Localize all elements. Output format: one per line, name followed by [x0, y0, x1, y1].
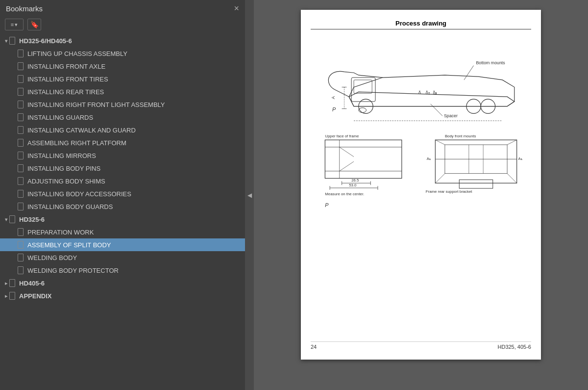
- group-bookmark-icon-2: [9, 215, 15, 223]
- toolbar: ≡ ▾ 🔖: [0, 17, 245, 34]
- item-label-front-axle: INSTALLING FRONT AXLE: [27, 63, 105, 70]
- bm-icon-rear-tires: [18, 88, 24, 96]
- delta3: δ₃: [433, 90, 437, 95]
- item-label-front-tires: INSTALLING FRONT TIRES: [27, 76, 108, 83]
- item-label-right-front-light: INSTALLING RIGHT FRONT LIGHT ASSEMBLY: [27, 101, 165, 108]
- page-number: 24: [311, 344, 317, 350]
- collapse-tab[interactable]: ◀: [245, 0, 254, 390]
- close-button[interactable]: ×: [234, 4, 239, 13]
- spacer-label: Spacer: [444, 113, 458, 118]
- bookmark-icon: 🔖: [30, 21, 39, 28]
- svg-rect-33: [459, 180, 492, 188]
- sidebar-item-installing-front-tires[interactable]: INSTALLING FRONT TIRES: [0, 73, 245, 85]
- svg-line-16: [340, 147, 354, 157]
- expand-button[interactable]: ≡ ▾: [5, 19, 24, 30]
- sidebar-item-body-shims[interactable]: ADJUSTING BODY SHIMS: [0, 175, 245, 187]
- svg-line-27: [435, 140, 445, 145]
- bm-icon-welding-body: [18, 254, 24, 261]
- a2-label: A₁: [518, 156, 522, 161]
- bm-icon-front-axle: [18, 62, 24, 70]
- item-label-assembly-split: ASSEMBLY OF SPLIT BODY: [27, 241, 111, 249]
- item-label-mirrors: INSTALLING MIRRORS: [27, 152, 96, 159]
- bm-icon-prep-work: [18, 228, 24, 236]
- item-label-body-guards: INSTALLING BODY GUARDS: [27, 203, 113, 210]
- right-panel: ◀ Process drawing: [245, 0, 588, 390]
- group-label-4: APPENDIX: [19, 292, 51, 300]
- sidebar-item-right-platform[interactable]: ASSEMBLING RIGHT PLATFORM: [0, 136, 245, 149]
- page-content: Process drawing: [311, 20, 531, 337]
- bm-icon-body-shims: [18, 177, 24, 185]
- group-bookmark-icon-3: [9, 279, 15, 287]
- group-appendix[interactable]: ▸ APPENDIX: [0, 289, 245, 302]
- sidebar-item-welding-body[interactable]: WELDING BODY: [0, 251, 245, 264]
- item-label-body-pins: INSTALLING BODY PINS: [27, 165, 100, 172]
- delta2: δ₂: [426, 90, 430, 95]
- item-label-right-platform: ASSEMBLING RIGHT PLATFORM: [27, 139, 126, 147]
- group-label-2: HD325-6: [19, 216, 45, 223]
- bm-icon-body-accessories: [18, 190, 24, 198]
- technical-drawing: Bottom mounts A P δ: [311, 34, 531, 337]
- bm-icon-right-front-light: [18, 101, 24, 108]
- item-label-welding-body-protector: WELDING BODY PROTECTOR: [27, 267, 119, 274]
- collapse-arrow-4: ▸: [5, 293, 7, 299]
- sidebar-item-body-pins[interactable]: INSTALLING BODY PINS: [0, 162, 245, 175]
- item-label-lifting: LIFTING UP CHASSIS ASSEMBLY: [27, 50, 127, 57]
- item-label-body-accessories: INSTALLING BODY ACCESSORIES: [27, 190, 131, 198]
- bm-icon-welding-body-protector: [18, 266, 24, 274]
- collapse-arrow-3: ▸: [5, 281, 7, 286]
- collapse-arrow-2: ▾: [5, 217, 7, 222]
- bookmarks-panel: Bookmarks × ≡ ▾ 🔖 ▾ HD325-6/HD405-6 LIFT…: [0, 0, 245, 390]
- panel-title: Bookmarks: [6, 4, 43, 13]
- expand-arrow: ▾: [15, 22, 18, 28]
- process-title: Process drawing: [311, 20, 531, 29]
- group-label-1: HD325-6/HD405-6: [19, 37, 72, 45]
- sidebar-item-catwalk[interactable]: INSTALLING CATWALK AND GUARD: [0, 124, 245, 136]
- footer-right: HD325, 405-6: [498, 344, 532, 350]
- collapse-arrow-1: ▾: [5, 38, 7, 44]
- sidebar-item-right-front-light[interactable]: INSTALLING RIGHT FRONT LIGHT ASSEMBLY: [0, 98, 245, 111]
- item-label-rear-tires: INSTALLING REAR TIRES: [27, 88, 104, 96]
- bm-icon-lifting: [18, 50, 24, 57]
- sidebar-item-welding-body-protector[interactable]: WELDING BODY PROTECTOR: [0, 264, 245, 277]
- bookmark-button[interactable]: 🔖: [27, 19, 41, 30]
- sidebar-item-assembly-split-body[interactable]: ASSEMBLY OF SPLIT BODY: [0, 238, 245, 251]
- bookmark-list: ▾ HD325-6/HD405-6 LIFTING UP CHASSIS ASS…: [0, 34, 245, 390]
- page-container: Process drawing: [301, 10, 541, 360]
- dim-530: 53.0: [349, 183, 357, 187]
- bottom-mounts-label: Bottom mounts: [476, 60, 505, 65]
- measure-center-label: Measure on the center.: [325, 192, 364, 196]
- svg-line-5: [464, 66, 474, 80]
- sidebar-item-guards[interactable]: INSTALLING GUARDS: [0, 111, 245, 124]
- sidebar-item-installing-front-axle[interactable]: INSTALLING FRONT AXLE: [0, 60, 245, 73]
- sidebar-item-installing-rear-tires[interactable]: INSTALLING REAR TIRES: [0, 85, 245, 98]
- sidebar-item-lifting-up-chassis[interactable]: LIFTING UP CHASSIS ASSEMBLY: [0, 47, 245, 60]
- item-label-body-shims: ADJUSTING BODY SHIMS: [27, 178, 105, 185]
- expand-icon: ≡: [11, 22, 14, 27]
- page-viewer[interactable]: Process drawing: [254, 0, 588, 390]
- panel-header: Bookmarks ×: [0, 0, 245, 17]
- frame-rear-support-label: Frame rear support bracket: [426, 189, 472, 194]
- sidebar-item-body-guards[interactable]: INSTALLING BODY GUARDS: [0, 200, 245, 213]
- group-hd325-6[interactable]: ▾ HD325-6: [0, 213, 245, 226]
- item-label-guards: INSTALLING GUARDS: [27, 114, 93, 121]
- bm-icon-catwalk: [18, 126, 24, 134]
- svg-rect-24: [435, 140, 516, 183]
- item-label-prep-work: PREPARATION WORK: [27, 229, 94, 236]
- svg-line-28: [507, 140, 517, 145]
- delta1: δ: [418, 90, 421, 95]
- collapse-icon: ◀: [247, 192, 252, 199]
- svg-line-29: [435, 174, 445, 183]
- bm-icon-body-pins: [18, 164, 24, 172]
- bm-icon-guards: [18, 113, 24, 121]
- sidebar-item-mirrors[interactable]: INSTALLING MIRRORS: [0, 149, 245, 162]
- bm-icon-front-tires: [18, 75, 24, 83]
- svg-line-17: [340, 161, 354, 171]
- sidebar-item-preparation-work[interactable]: PREPARATION WORK: [0, 226, 245, 238]
- body-front-mounts-label: Body front mounts: [445, 134, 476, 138]
- group-hd405-6[interactable]: ▸ HD405-6: [0, 277, 245, 289]
- svg-line-10: [431, 104, 442, 116]
- bm-icon-body-guards: [18, 203, 24, 210]
- group-hd325-6-hd405-6[interactable]: ▾ HD325-6/HD405-6: [0, 34, 245, 47]
- sidebar-item-body-accessories[interactable]: INSTALLING BODY ACCESSORIES: [0, 187, 245, 200]
- a1-label: A₁: [427, 156, 431, 161]
